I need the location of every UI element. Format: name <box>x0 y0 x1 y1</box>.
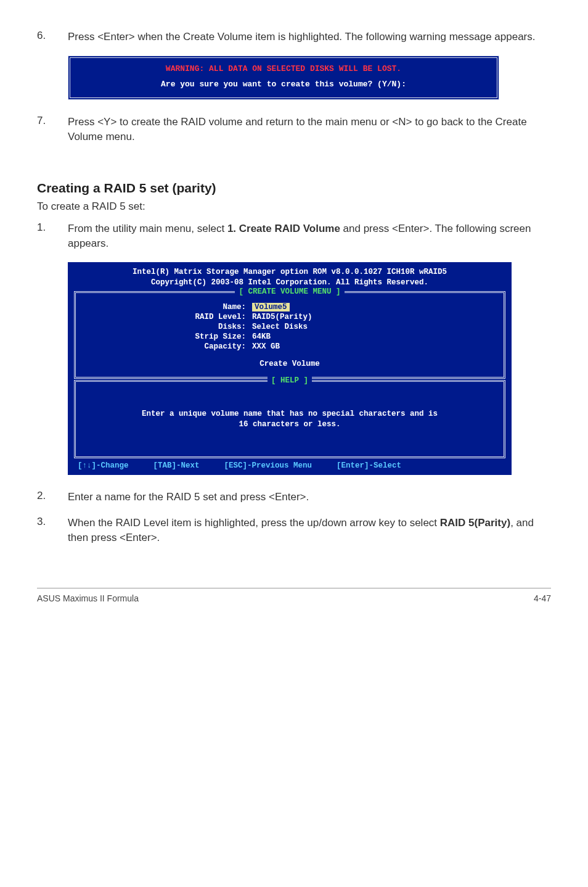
bios-warning-box: WARNING: ALL DATA ON SELECTED DISKS WILL… <box>68 56 499 100</box>
bios-help-panel-title: [ HELP ] <box>76 376 504 385</box>
page-footer-left: ASUS Maximus II Formula <box>37 593 139 603</box>
step-1-text: From the utility main menu, select 1. Cr… <box>68 221 551 251</box>
step-2: 2. Enter a name for the RAID 5 set and p… <box>37 490 551 505</box>
step-1-pre: From the utility main menu, select <box>68 223 227 234</box>
step-6-number: 6. <box>37 30 68 42</box>
bios-header: Intel(R) Matrix Storage Manager option R… <box>74 267 505 289</box>
step-3-bold: RAID 5(Parity) <box>440 517 510 529</box>
bios-warning-prompt: Are you sure you want to create this vol… <box>70 80 497 89</box>
step-3-pre: When the RAID Level item is highlighted,… <box>68 517 440 529</box>
bios-header-line1: Intel(R) Matrix Storage Manager option R… <box>74 267 505 278</box>
step-3: 3. When the RAID Level item is highlight… <box>37 516 551 545</box>
section-intro: To create a RAID 5 set: <box>37 200 551 213</box>
step-7-text: Press <Y> to create the RAID volume and … <box>68 115 551 144</box>
bios-create-volume-action: Create Volume <box>86 360 494 368</box>
bios-capacity-label: Capacity: <box>86 342 252 351</box>
step-7: 7. Press <Y> to create the RAID volume a… <box>37 115 551 144</box>
bios-help-line2: 16 characters or less. <box>86 419 494 431</box>
step-6: 6. Press <Enter> when the Create Volume … <box>37 30 551 44</box>
bios-name-value[interactable]: Volume5 <box>252 303 290 311</box>
page-footer-right: 4-47 <box>534 593 551 603</box>
step-2-text: Enter a name for the RAID 5 set and pres… <box>68 490 551 505</box>
step-1-bold: 1. Create RAID Volume <box>227 223 340 234</box>
step-7-number: 7. <box>37 115 68 127</box>
bios-create-panel: [ CREATE VOLUME MENU ] Name: Volume5 RAI… <box>74 291 505 379</box>
bios-row-raid: RAID Level: RAID5(Parity) <box>86 313 494 321</box>
bios-create-panel-title: [ CREATE VOLUME MENU ] <box>76 287 504 296</box>
bios-create-volume-screen: Intel(R) Matrix Storage Manager option R… <box>68 262 512 475</box>
step-3-text: When the RAID Level item is highlighted,… <box>68 516 551 545</box>
bios-raid-label: RAID Level: <box>86 313 252 321</box>
bios-strip-value: 64KB <box>252 332 271 341</box>
step-3-number: 3. <box>37 516 68 528</box>
bios-row-name: Name: Volume5 <box>86 303 494 311</box>
bios-footer-bar: [↑↓]-Change [TAB]-Next [ESC]-Previous Me… <box>74 460 505 475</box>
step-1-number: 1. <box>37 221 68 234</box>
step-6-text: Press <Enter> when the Create Volume ite… <box>68 30 551 44</box>
bios-raid-value: RAID5(Parity) <box>252 313 312 321</box>
step-1: 1. From the utility main menu, select 1.… <box>37 221 551 251</box>
bios-row-capacity: Capacity: XXX GB <box>86 342 494 351</box>
bios-footer-change: [↑↓]-Change <box>78 461 129 470</box>
bios-footer-prev: [ESC]-Previous Menu <box>224 461 312 470</box>
bios-disks-label: Disks: <box>86 323 252 331</box>
bios-help-panel: [ HELP ] Enter a unique volume name that… <box>74 380 505 458</box>
bios-help-body: Enter a unique volume name that has no s… <box>86 390 494 448</box>
bios-disks-value: Select Disks <box>252 323 308 331</box>
step-2-number: 2. <box>37 490 68 502</box>
bios-strip-label: Strip Size: <box>86 332 252 341</box>
bios-footer-select: [Enter]-Select <box>337 461 401 470</box>
bios-row-disks: Disks: Select Disks <box>86 323 494 331</box>
bios-row-strip: Strip Size: 64KB <box>86 332 494 341</box>
bios-capacity-value: XXX GB <box>252 342 280 351</box>
bios-name-label: Name: <box>86 303 252 311</box>
section-heading: Creating a RAID 5 set (parity) <box>37 181 551 196</box>
bios-warning-inner: WARNING: ALL DATA ON SELECTED DISKS WILL… <box>68 56 499 100</box>
bios-footer-next: [TAB]-Next <box>153 461 200 470</box>
bios-warning-redline: WARNING: ALL DATA ON SELECTED DISKS WILL… <box>70 64 497 73</box>
page-footer: ASUS Maximus II Formula 4-47 <box>37 588 551 603</box>
bios-help-line1: Enter a unique volume name that has no s… <box>86 409 494 420</box>
